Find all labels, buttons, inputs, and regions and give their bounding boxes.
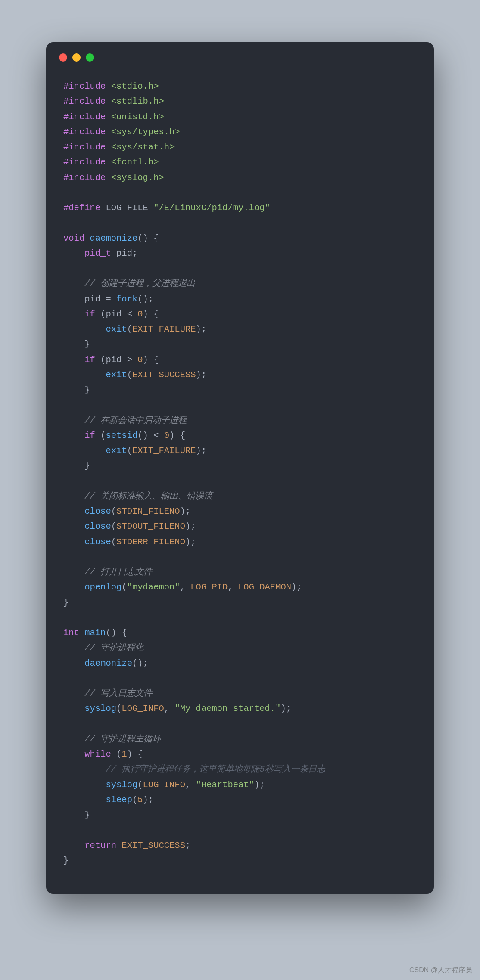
code-token: ( <box>127 446 132 456</box>
code-token <box>63 688 84 698</box>
maximize-icon[interactable] <box>86 53 94 62</box>
code-token: // 写入日志文件 <box>84 688 152 698</box>
code-token <box>63 416 84 425</box>
code-line: if (pid > 0) { <box>63 352 417 367</box>
code-token <box>63 704 84 713</box>
code-token <box>63 521 84 531</box>
code-token: ); <box>143 795 154 805</box>
code-token: STDIN_FILENO <box>116 506 180 516</box>
code-token: int <box>63 628 79 638</box>
code-token: exit <box>106 446 127 456</box>
code-token: ( <box>127 370 132 380</box>
code-line: close(STDOUT_FILENO); <box>63 519 417 534</box>
code-line: close(STDERR_FILENO); <box>63 534 417 549</box>
code-token: ); <box>254 780 265 790</box>
code-token: LOG_PID <box>190 582 228 592</box>
code-token: ( <box>122 582 127 592</box>
code-line: syslog(LOG_INFO, "Heartbeat"); <box>63 777 417 792</box>
code-token <box>106 173 111 183</box>
code-line: #include <sys/types.h> <box>63 124 417 140</box>
code-line: } <box>63 807 417 822</box>
code-token <box>63 840 84 850</box>
code-line: pid_t pid; <box>63 246 417 261</box>
code-token <box>63 537 84 547</box>
code-token: "Heartbeat" <box>196 780 254 790</box>
code-token: ) { <box>143 309 159 319</box>
code-token: #include <box>63 157 106 167</box>
code-token: } <box>63 598 69 608</box>
code-token: return <box>84 840 116 850</box>
code-token: <sys/types.h> <box>111 127 180 137</box>
code-line: } <box>63 337 417 352</box>
code-window: #include <stdio.h>#include <stdlib.h>#in… <box>46 42 434 894</box>
code-token: LOG_FILE <box>100 203 153 213</box>
code-line: exit(EXIT_FAILURE); <box>63 443 417 458</box>
code-token <box>63 355 84 365</box>
code-line: syslog(LOG_INFO, "My daemon started."); <box>63 701 417 716</box>
code-token: // 在新会话中启动子进程 <box>84 416 187 425</box>
code-token: <stdlib.h> <box>111 96 164 106</box>
code-token <box>106 96 111 106</box>
code-token: () < <box>137 431 164 440</box>
code-token: LOG_INFO <box>122 704 164 713</box>
code-token: ( <box>111 749 122 759</box>
code-token: // 打开日志文件 <box>84 567 152 577</box>
code-token: main <box>84 628 106 638</box>
code-line: // 在新会话中启动子进程 <box>63 413 417 428</box>
code-line: sleep(5); <box>63 792 417 807</box>
code-line: void daemonize() { <box>63 231 417 246</box>
code-token: #include <box>63 173 106 183</box>
code-token: } <box>63 339 90 349</box>
code-token: ); <box>196 446 207 456</box>
code-token: ); <box>185 537 196 547</box>
code-token: openlog <box>84 582 122 592</box>
code-token: LOG_INFO <box>143 780 185 790</box>
code-token: (); <box>137 294 153 304</box>
code-line <box>63 261 417 276</box>
close-icon[interactable] <box>59 53 67 62</box>
code-line <box>63 215 417 230</box>
minimize-icon[interactable] <box>72 53 81 62</box>
code-token: void <box>63 233 84 243</box>
code-line: #include <syslog.h> <box>63 170 417 185</box>
code-token: pid = <box>63 294 116 304</box>
code-token <box>63 582 84 592</box>
code-token: <fcntl.h> <box>111 157 159 167</box>
code-token: close <box>84 506 111 516</box>
code-line <box>63 549 417 564</box>
code-token: ( <box>111 521 116 531</box>
code-line <box>63 185 417 200</box>
code-line <box>63 822 417 837</box>
code-token <box>63 370 106 380</box>
code-token: 1 <box>122 749 127 759</box>
code-token: <syslog.h> <box>111 173 164 183</box>
code-line: // 创建子进程，父进程退出 <box>63 276 417 291</box>
code-token: "My daemon started." <box>175 704 281 713</box>
code-line: // 关闭标准输入、输出、错误流 <box>63 489 417 504</box>
code-line: #include <stdlib.h> <box>63 94 417 109</box>
code-token <box>63 506 84 516</box>
code-token: (pid < <box>95 309 137 319</box>
code-token <box>116 840 122 850</box>
code-line <box>63 716 417 732</box>
code-token: close <box>84 537 111 547</box>
code-token <box>63 324 106 334</box>
code-line: return EXIT_SUCCESS; <box>63 838 417 853</box>
code-token: exit <box>106 370 127 380</box>
code-token: "mydaemon" <box>127 582 180 592</box>
code-token <box>106 112 111 122</box>
code-line: // 守护进程化 <box>63 640 417 655</box>
code-token: close <box>84 521 111 531</box>
code-line: daemonize(); <box>63 656 417 671</box>
code-line: exit(EXIT_FAILURE); <box>63 322 417 337</box>
code-line <box>63 474 417 489</box>
code-token: while <box>84 749 111 759</box>
code-token: STDOUT_FILENO <box>116 521 185 531</box>
code-token: // 守护进程化 <box>84 643 143 653</box>
code-token <box>63 749 84 759</box>
code-token: , <box>228 582 238 592</box>
code-token: daemonize <box>90 233 138 243</box>
code-token: (pid > <box>95 355 137 365</box>
code-line: if (pid < 0) { <box>63 307 417 322</box>
code-token: // 执行守护进程任务，这里简单地每隔5秒写入一条日志 <box>106 764 325 774</box>
